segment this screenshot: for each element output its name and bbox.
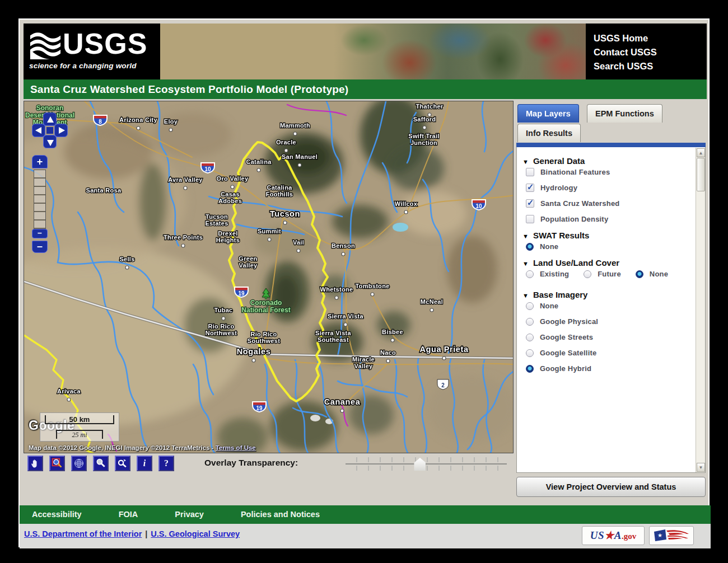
usgs-logo-text: USGS: [63, 28, 147, 59]
side-panel: Map Layers EPM Functions Info Results ▼G…: [516, 102, 706, 473]
info-tool-icon[interactable]: i: [137, 456, 152, 471]
pan-down-button[interactable]: [43, 135, 57, 148]
header-link-search-usgs[interactable]: Search USGS: [594, 59, 707, 73]
radio-unselected[interactable]: [526, 302, 534, 310]
footer-link-foia[interactable]: FOIA: [119, 505, 138, 524]
layer-option-population-density[interactable]: Population Density: [526, 215, 690, 223]
panel-scrollbar[interactable]: ▲ ▼: [696, 148, 705, 472]
layer-option-label: Google Hybrid: [540, 364, 591, 373]
svg-text:McNeal: McNeal: [421, 298, 443, 305]
willcox-playa-lake: [393, 223, 408, 232]
identify-tool-icon[interactable]: [115, 456, 130, 471]
zoom-out-button[interactable]: –: [32, 241, 48, 253]
svg-text:Tombstone: Tombstone: [355, 283, 389, 289]
radio-unselected[interactable]: [526, 270, 534, 278]
pan-center[interactable]: [46, 127, 53, 134]
layer-option-google-streets[interactable]: Google Streets: [526, 333, 690, 341]
checkbox-unchecked[interactable]: [526, 215, 534, 223]
globe-tool-icon[interactable]: [71, 456, 87, 471]
header-link-usgs-home[interactable]: USGS Home: [594, 31, 707, 45]
radio-selected[interactable]: [526, 243, 534, 251]
collapse-triangle-icon: ▼: [522, 158, 529, 165]
tab-info-results[interactable]: Info Results: [517, 124, 581, 142]
svg-text:Foothills: Foothills: [266, 191, 293, 198]
radio-selected[interactable]: [636, 270, 643, 278]
svg-text:Northwest: Northwest: [206, 330, 237, 336]
svg-text:Rio Rico: Rio Rico: [250, 331, 277, 337]
zoom-window-tool-icon[interactable]: [49, 456, 65, 471]
layer-option-google-physical[interactable]: Google Physical: [526, 317, 690, 326]
footer-link-accessibility[interactable]: Accessibility: [32, 505, 82, 524]
layer-option-santa-cruz-watershed[interactable]: Santa Cruz Watershed: [526, 199, 690, 208]
section-header-swat-results[interactable]: ▼SWAT Results: [522, 231, 690, 240]
layer-option-existing[interactable]: Existing: [526, 270, 569, 278]
radio-unselected[interactable]: [584, 270, 591, 278]
usa-gov-logo[interactable]: US★A.gov: [582, 526, 645, 545]
layer-option-future[interactable]: Future: [584, 270, 621, 278]
agency-link-u-s-geological-survey[interactable]: U.S. Geological Survey: [151, 529, 240, 538]
layer-option-google-satellite[interactable]: Google Satellite: [526, 349, 690, 357]
pan-hand-tool-icon[interactable]: [27, 456, 43, 471]
terms-of-use-link[interactable]: Terms of Use: [216, 444, 256, 451]
svg-text:Junction: Junction: [410, 139, 437, 146]
take-pride-flag-logo[interactable]: ★: [649, 526, 694, 545]
layer-option-none[interactable]: None: [636, 270, 668, 278]
view-project-overview-button[interactable]: View Project Overview and Status: [516, 477, 706, 497]
svg-text:Drexel: Drexel: [218, 230, 237, 237]
tab-map-layers[interactable]: Map Layers: [517, 104, 579, 123]
scroll-down-button[interactable]: ▼: [697, 463, 705, 472]
layer-option-binational-features[interactable]: Binational Features: [526, 168, 690, 176]
svg-text:Benson: Benson: [332, 242, 355, 249]
header-link-contact-usgs[interactable]: Contact USGS: [594, 45, 707, 59]
radio-unselected[interactable]: [526, 318, 534, 326]
svg-text:Sells: Sells: [119, 256, 134, 262]
radio-unselected[interactable]: [526, 334, 534, 341]
svg-text:Sonoran: Sonoran: [36, 104, 64, 112]
tab-epm-functions[interactable]: EPM Functions: [587, 104, 662, 123]
checkbox-checked[interactable]: [526, 184, 534, 192]
map-viewport[interactable]: 8101019192 Arizona CityEloyMammothOracle…: [24, 101, 514, 453]
mx-highway-shield-2: 2: [437, 379, 449, 390]
pan-left-button[interactable]: [32, 124, 45, 137]
section-header-base-imagery[interactable]: ▼Base Imagery: [522, 290, 690, 299]
radio-selected[interactable]: [526, 365, 534, 373]
zoom-slider-handle[interactable]: –: [32, 229, 48, 238]
help-tool-icon[interactable]: ?: [158, 456, 174, 471]
map-label-green-valley: GreenValley: [239, 255, 258, 269]
collapse-triangle-icon: ▼: [522, 233, 529, 240]
pan-up-button[interactable]: [43, 112, 57, 126]
pan-right-button[interactable]: [54, 124, 68, 137]
layer-option-hydrology[interactable]: Hydrology: [526, 184, 690, 192]
footer-link-policies-and-notices[interactable]: Policies and Notices: [241, 505, 320, 524]
scroll-up-button[interactable]: ▲: [697, 148, 705, 157]
svg-text:Tucson: Tucson: [270, 209, 300, 218]
zoom-slider-track[interactable]: [34, 170, 46, 231]
layer-option-none[interactable]: None: [526, 242, 690, 251]
svg-text:Valley: Valley: [354, 363, 374, 369]
attribution-text: Map data ©2012 Google, INEGI Imagery ©20…: [29, 444, 216, 451]
layer-option-label: None: [540, 302, 558, 310]
agency-link-u-s-department-of-the-interior[interactable]: U.S. Department of the Interior: [24, 529, 142, 538]
checkbox-unchecked[interactable]: [526, 168, 534, 176]
zoom-in-button[interactable]: +: [32, 155, 48, 168]
svg-text:Naco: Naco: [380, 349, 396, 356]
section-header-land-use-land-cover[interactable]: ▼Land Use/Land Cover: [522, 258, 690, 268]
usgs-logo[interactable]: USGS science for a changing world: [24, 24, 160, 79]
radio-unselected[interactable]: [526, 349, 534, 357]
zoom-tool-icon[interactable]: [93, 456, 109, 471]
svg-text:Oro Valley: Oro Valley: [217, 175, 249, 182]
svg-text:Coronado: Coronado: [250, 299, 282, 307]
layer-option-label: None: [540, 242, 558, 251]
svg-text:Rio Rico: Rio Rico: [208, 323, 234, 330]
layer-option-none[interactable]: None: [526, 302, 690, 310]
checkbox-checked[interactable]: [526, 199, 534, 208]
section-header-general-data[interactable]: ▼General Data: [522, 156, 690, 166]
bottom-strip: U.S. Department of the Interior|U.S. Geo…: [20, 524, 711, 548]
overlay-transparency-slider[interactable]: [346, 456, 507, 472]
layer-option-google-hybrid[interactable]: Google Hybrid: [526, 364, 690, 373]
scroll-thumb[interactable]: [697, 158, 705, 191]
footer-link-privacy[interactable]: Privacy: [175, 505, 204, 524]
usa-gov-suffix: .gov: [622, 532, 636, 541]
section-title: Base Imagery: [533, 290, 588, 299]
layer-option-label: None: [650, 270, 668, 278]
